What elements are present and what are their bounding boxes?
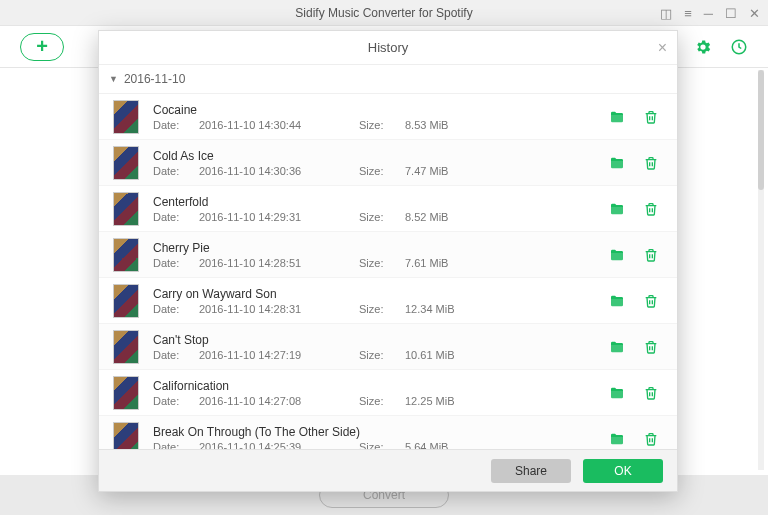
open-folder-icon[interactable] xyxy=(609,155,625,171)
delete-icon[interactable] xyxy=(643,339,659,355)
compact-icon[interactable]: ◫ xyxy=(660,6,672,21)
open-folder-icon[interactable] xyxy=(609,431,625,447)
row-meta: CocaineDate:2016-11-10 14:30:44Size:8.53… xyxy=(153,103,609,131)
album-art xyxy=(113,100,139,134)
size-label: Size: xyxy=(359,165,405,177)
history-row[interactable]: Cherry PieDate:2016-11-10 14:28:51Size:7… xyxy=(99,232,677,278)
settings-icon[interactable] xyxy=(694,38,712,56)
track-title: Cherry Pie xyxy=(153,241,473,255)
share-button-label: Share xyxy=(515,464,547,478)
track-title: Californication xyxy=(153,379,473,393)
track-title: Can't Stop xyxy=(153,333,473,347)
open-folder-icon[interactable] xyxy=(609,339,625,355)
row-actions xyxy=(609,385,659,401)
modal-header: History × xyxy=(99,31,677,65)
row-meta: Cold As IceDate:2016-11-10 14:30:36Size:… xyxy=(153,149,609,177)
minimize-icon[interactable]: ─ xyxy=(704,6,713,21)
size-value: 8.53 MiB xyxy=(405,119,448,131)
window-controls: ◫ ≡ ─ ☐ ✕ xyxy=(660,0,760,26)
track-title: Cocaine xyxy=(153,103,473,117)
date-value: 2016-11-10 14:29:31 xyxy=(199,211,359,223)
size-value: 5.64 MiB xyxy=(405,441,448,450)
main-scrollbar[interactable] xyxy=(758,70,764,470)
open-folder-icon[interactable] xyxy=(609,385,625,401)
track-title: Centerfold xyxy=(153,195,473,209)
ok-button[interactable]: OK xyxy=(583,459,663,483)
size-value: 8.52 MiB xyxy=(405,211,448,223)
size-label: Size: xyxy=(359,349,405,361)
album-art xyxy=(113,192,139,226)
maximize-icon[interactable]: ☐ xyxy=(725,6,737,21)
close-window-icon[interactable]: ✕ xyxy=(749,6,760,21)
row-meta: Cherry PieDate:2016-11-10 14:28:51Size:7… xyxy=(153,241,609,269)
delete-icon[interactable] xyxy=(643,431,659,447)
delete-icon[interactable] xyxy=(643,109,659,125)
history-row[interactable]: Can't StopDate:2016-11-10 14:27:19Size:1… xyxy=(99,324,677,370)
date-value: 2016-11-10 14:28:51 xyxy=(199,257,359,269)
track-title: Cold As Ice xyxy=(153,149,473,163)
delete-icon[interactable] xyxy=(643,293,659,309)
row-actions xyxy=(609,109,659,125)
track-title: Carry on Wayward Son xyxy=(153,287,473,301)
row-meta: Can't StopDate:2016-11-10 14:27:19Size:1… xyxy=(153,333,609,361)
date-label: Date: xyxy=(153,119,199,131)
date-label: Date: xyxy=(153,349,199,361)
date-label: Date: xyxy=(153,395,199,407)
chevron-down-icon: ▼ xyxy=(109,74,118,84)
date-value: 2016-11-10 14:27:08 xyxy=(199,395,359,407)
ok-button-label: OK xyxy=(614,464,631,478)
date-value: 2016-11-10 14:28:31 xyxy=(199,303,359,315)
delete-icon[interactable] xyxy=(643,201,659,217)
add-button[interactable]: + xyxy=(20,33,64,61)
size-value: 7.61 MiB xyxy=(405,257,448,269)
app-title: Sidify Music Converter for Spotify xyxy=(295,6,472,20)
history-group-header[interactable]: ▼ 2016-11-10 xyxy=(99,65,677,93)
row-meta: Break On Through (To The Other Side)Date… xyxy=(153,425,609,450)
delete-icon[interactable] xyxy=(643,155,659,171)
open-folder-icon[interactable] xyxy=(609,293,625,309)
group-date-label: 2016-11-10 xyxy=(124,72,185,86)
album-art xyxy=(113,238,139,272)
menu-icon[interactable]: ≡ xyxy=(684,6,692,21)
history-row[interactable]: Break On Through (To The Other Side)Date… xyxy=(99,416,677,449)
size-value: 10.61 MiB xyxy=(405,349,455,361)
date-label: Date: xyxy=(153,211,199,223)
date-value: 2016-11-10 14:30:36 xyxy=(199,165,359,177)
modal-title: History xyxy=(368,40,408,55)
size-value: 12.34 MiB xyxy=(405,303,455,315)
plus-icon: + xyxy=(36,35,48,58)
size-label: Size: xyxy=(359,303,405,315)
size-label: Size: xyxy=(359,211,405,223)
delete-icon[interactable] xyxy=(643,247,659,263)
date-label: Date: xyxy=(153,257,199,269)
main-scrollbar-thumb[interactable] xyxy=(758,70,764,190)
date-label: Date: xyxy=(153,303,199,315)
track-title: Break On Through (To The Other Side) xyxy=(153,425,473,439)
history-list[interactable]: CocaineDate:2016-11-10 14:30:44Size:8.53… xyxy=(99,93,677,449)
history-row[interactable]: CalifornicationDate:2016-11-10 14:27:08S… xyxy=(99,370,677,416)
history-modal: History × ▼ 2016-11-10 CocaineDate:2016-… xyxy=(98,30,678,492)
history-icon[interactable] xyxy=(730,38,748,56)
open-folder-icon[interactable] xyxy=(609,201,625,217)
open-folder-icon[interactable] xyxy=(609,109,625,125)
size-value: 7.47 MiB xyxy=(405,165,448,177)
delete-icon[interactable] xyxy=(643,385,659,401)
row-meta: CalifornicationDate:2016-11-10 14:27:08S… xyxy=(153,379,609,407)
modal-footer: Share OK xyxy=(99,449,677,491)
row-actions xyxy=(609,247,659,263)
history-row[interactable]: CenterfoldDate:2016-11-10 14:29:31Size:8… xyxy=(99,186,677,232)
row-actions xyxy=(609,155,659,171)
app-titlebar: Sidify Music Converter for Spotify ◫ ≡ ─… xyxy=(0,0,768,26)
row-actions xyxy=(609,431,659,447)
size-label: Size: xyxy=(359,119,405,131)
close-icon[interactable]: × xyxy=(658,39,667,57)
date-value: 2016-11-10 14:25:39 xyxy=(199,441,359,450)
row-actions xyxy=(609,201,659,217)
open-folder-icon[interactable] xyxy=(609,247,625,263)
history-row[interactable]: Cold As IceDate:2016-11-10 14:30:36Size:… xyxy=(99,140,677,186)
album-art xyxy=(113,330,139,364)
history-row[interactable]: Carry on Wayward SonDate:2016-11-10 14:2… xyxy=(99,278,677,324)
size-label: Size: xyxy=(359,395,405,407)
share-button[interactable]: Share xyxy=(491,459,571,483)
history-row[interactable]: CocaineDate:2016-11-10 14:30:44Size:8.53… xyxy=(99,94,677,140)
